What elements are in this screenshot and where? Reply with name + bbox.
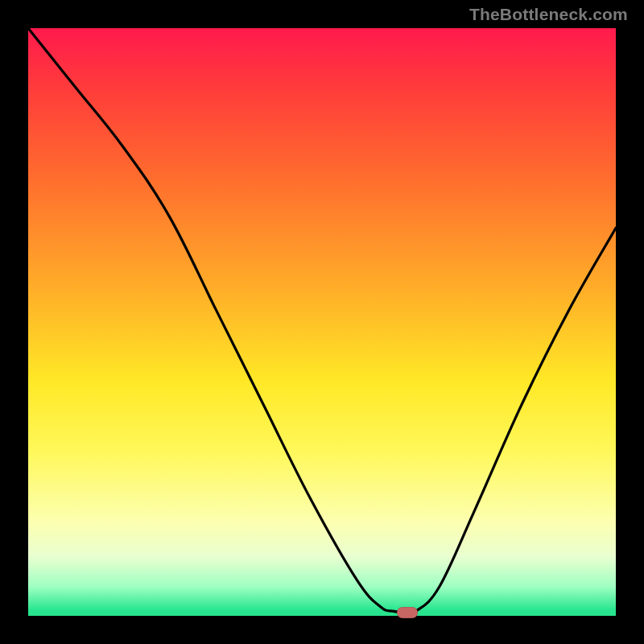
plot-area xyxy=(28,28,616,616)
watermark-text: TheBottleneck.com xyxy=(469,5,628,24)
optimum-marker xyxy=(397,607,418,618)
bottleneck-curve xyxy=(28,28,616,616)
chart-frame: TheBottleneck.com xyxy=(0,0,644,644)
